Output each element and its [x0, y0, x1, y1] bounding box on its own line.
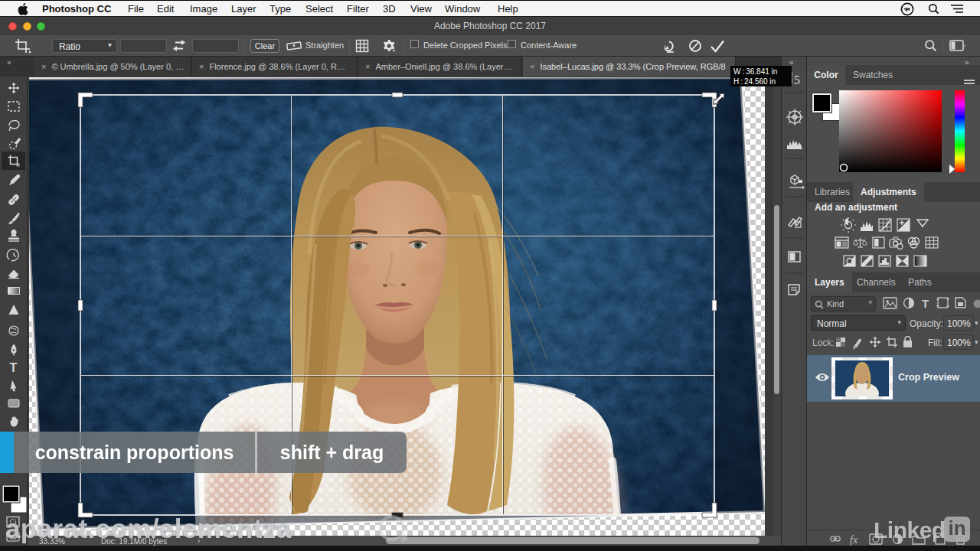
svg-text:T: T	[922, 297, 929, 310]
svg-text:5: 5	[794, 73, 800, 86]
svg-text:T: T	[10, 361, 18, 374]
svg-text:fx: fx	[850, 534, 858, 546]
